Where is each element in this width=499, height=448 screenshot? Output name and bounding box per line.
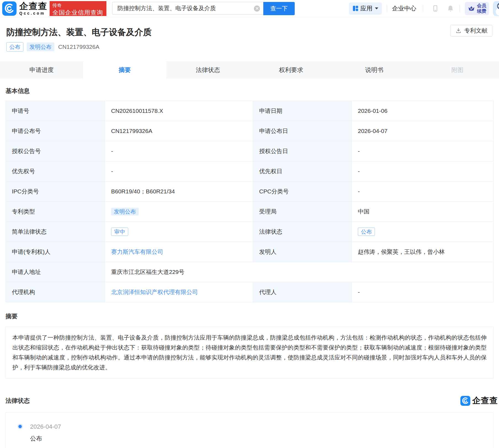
info-field-label: 申请号 <box>6 101 105 121</box>
phone-icon <box>431 5 439 12</box>
value-badge: 审中 <box>111 228 128 236</box>
vip-renew-button[interactable]: 会员 续费 <box>465 2 489 15</box>
info-table-row: 专利类型发明公布受理局中国 <box>6 202 493 222</box>
info-field-label: 申请(专利权)人 <box>6 242 105 262</box>
value-text: 2026-04-07 <box>358 128 387 134</box>
value-text: - <box>111 168 113 174</box>
enterprise-center-link[interactable]: 企业中心 <box>392 4 416 13</box>
main-content: 基本信息 申请号CN202610011578.X申请日期2026-01-06申请… <box>0 87 499 448</box>
basic-info-table: 申请号CN202610011578.X申请日期2026-01-06申请公布号CN… <box>6 101 493 302</box>
info-field-label: 授权公告号 <box>6 141 105 161</box>
info-field-value: 审中 <box>105 222 253 242</box>
tab-claims[interactable]: 权利要求 <box>250 61 333 79</box>
apps-menu[interactable]: 应用 <box>349 2 382 15</box>
legal-timeline-item: 2026-04-07公布 <box>30 423 493 443</box>
page-title: 防撞控制方法、装置、电子设备及介质 <box>6 26 492 38</box>
info-field-label: IPC分类号 <box>6 182 105 202</box>
user-avatar[interactable] <box>493 1 499 16</box>
promo-badge: 传奇 全国企业信用查询 <box>50 1 106 16</box>
apps-grid-icon <box>353 6 358 11</box>
legal-date: 2026-04-07 <box>30 423 493 430</box>
tab-abstract[interactable]: 摘要 <box>83 61 167 79</box>
info-field-value: 重庆市江北区福生大道229号 <box>105 262 493 282</box>
info-field-value: CN121799326A <box>105 121 253 141</box>
crown-icon <box>468 5 475 12</box>
info-table-row: 代理机构北京润泽恒知识产权代理有限公司代理人- <box>6 282 493 302</box>
tab-bar: 申请进度摘要法律状态权利要求说明书附图 <box>0 61 499 79</box>
header-nav: 应用 企业中心 会员 续费 <box>349 1 499 16</box>
penguin-avatar-icon <box>493 1 499 16</box>
info-field-value: 中国 <box>352 202 493 222</box>
info-field-value: 公布 <box>352 222 493 242</box>
value-text: CN202610011578.X <box>111 108 163 114</box>
divider <box>460 5 460 12</box>
promo-badge-line2: 全国企业信用查询 <box>52 9 104 17</box>
info-field-label: CPC分类号 <box>253 182 352 202</box>
info-field-label: 专利类型 <box>6 202 105 222</box>
legal-status-value: 公布 <box>30 434 493 443</box>
entity-link[interactable]: 北京润泽恒知识产权代理有限公司 <box>111 289 198 295</box>
qcc-watermark: 企查查 <box>460 395 498 406</box>
info-table-row: 申请公布号CN121799326A申请公布日2026-04-07 <box>6 121 493 141</box>
info-table-row: 申请人地址重庆市江北区福生大道229号 <box>6 262 493 282</box>
info-table-row: 简单法律状态审中法律状态公布 <box>6 222 493 242</box>
info-field-value: - <box>105 161 253 182</box>
clear-search-icon[interactable] <box>254 6 260 12</box>
info-field-value: 北京润泽恒知识产权代理有限公司 <box>105 282 253 302</box>
basic-info-title: 基本信息 <box>6 87 493 95</box>
download-icon <box>455 27 462 34</box>
value-text: 赵伟涛，侯聚英，王以伟，曾小林 <box>358 249 445 255</box>
value-text: 2026-01-06 <box>358 108 387 114</box>
qcc-logo-icon <box>460 396 470 406</box>
patent-document-button[interactable]: 专利文献 <box>450 25 492 36</box>
promo-badge-line1: 传奇 <box>52 2 104 9</box>
qcc-logo-icon[interactable] <box>2 1 17 16</box>
tab-application-progress[interactable]: 申请进度 <box>0 61 83 79</box>
tab-legal-status[interactable]: 法律状态 <box>166 61 250 79</box>
tab-figures[interactable]: 附图 <box>416 61 499 79</box>
value-text: - <box>358 188 360 194</box>
info-field-label: 申请日期 <box>253 101 352 121</box>
search-input[interactable] <box>112 2 263 14</box>
info-field-label: 申请公布号 <box>6 121 105 141</box>
abstract-text: 本申请提供了一种防撞控制方法、装置、电子设备及介质，防撞控制方法应用于车辆的防撞… <box>6 327 493 378</box>
divider <box>387 5 387 12</box>
patent-document-label: 专利文献 <box>464 27 487 34</box>
value-text: 中国 <box>358 208 369 215</box>
status-badge: 公布 <box>6 42 23 52</box>
info-field-value: 发明公布 <box>105 202 253 222</box>
info-field-label: 受理局 <box>253 202 352 222</box>
value-text: CN121799326A <box>111 128 152 134</box>
info-table-row: 申请号CN202610011578.X申请日期2026-01-06 <box>6 101 493 121</box>
abstract-title: 摘要 <box>6 312 493 321</box>
info-field-value: 赵伟涛，侯聚英，王以伟，曾小林 <box>352 242 493 262</box>
apps-label: 应用 <box>360 4 372 13</box>
value-text: B60R19/40；B60R21/34 <box>111 188 175 194</box>
search-button[interactable]: 查一下 <box>263 2 295 15</box>
info-field-label: 授权公告日 <box>253 141 352 161</box>
brand-domain: Qcc.com <box>19 11 47 15</box>
tag-row: 公布 发明公布 CN121799326A <box>6 42 492 51</box>
value-text: - <box>358 148 360 154</box>
info-table-row: 授权公告号-授权公告日- <box>6 141 493 161</box>
info-table-row: 优先权号-优先权日- <box>6 161 493 182</box>
mobile-app-button[interactable] <box>431 5 439 12</box>
bell-icon <box>446 4 455 13</box>
entity-link[interactable]: 赛力斯汽车有限公司 <box>111 249 163 255</box>
info-field-label: 优先权号 <box>6 161 105 182</box>
value-text: - <box>111 148 113 154</box>
qcc-watermark-text: 企查查 <box>472 395 498 406</box>
info-field-value: B60R19/40；B60R21/34 <box>105 182 253 202</box>
legal-status-header: 法律状态 企查查 <box>6 395 493 406</box>
notifications-button[interactable] <box>446 4 455 13</box>
tab-description[interactable]: 说明书 <box>333 61 416 79</box>
vip-label-line1: 会员 <box>477 3 486 9</box>
info-field-value: 2026-01-06 <box>352 101 493 121</box>
info-field-value: - <box>352 182 493 202</box>
search-bar: 查一下 <box>112 2 295 15</box>
divider <box>423 5 423 12</box>
value-text: - <box>358 168 360 174</box>
brand-block[interactable]: 企查查 Qcc.com <box>19 2 47 15</box>
legal-status-panel: 2026-04-07公布 <box>6 412 493 448</box>
info-field-value: CN202610011578.X <box>105 101 253 121</box>
